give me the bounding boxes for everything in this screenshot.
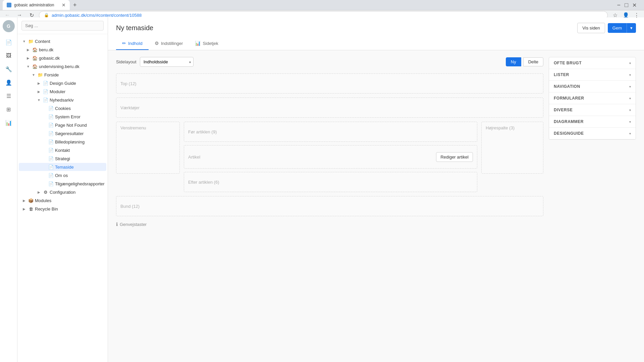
tree-label-configuration: Configuration: [50, 190, 75, 195]
tree-item-cookies[interactable]: 📄 Cookies: [19, 104, 106, 112]
tree-item-moduler[interactable]: ▶ 📄 Moduler: [19, 87, 106, 96]
rail-icon-list[interactable]: ☰: [3, 90, 15, 102]
tree-item-modules[interactable]: ▶ 📦 Modules: [19, 196, 106, 204]
drop-zone-venstremenu[interactable]: Venstremenu: [116, 122, 180, 174]
tree-item-sogeresultater[interactable]: 📄 Søgeresultater: [19, 129, 106, 137]
search-input[interactable]: [21, 21, 104, 31]
tree-item-temaside[interactable]: 📄 Temaside: [19, 163, 106, 171]
tree-label-undervisning: undervisning.beru.dk: [39, 64, 79, 69]
middle-row: Venstremenu Før artiklen (9) Artikel Red…: [116, 122, 543, 192]
tree-label-temaside: Temaside: [55, 165, 74, 170]
rail-icon-chart[interactable]: 📊: [3, 117, 15, 129]
panel-section-header-designguide[interactable]: DESIGNGUIDE ▾: [549, 128, 636, 139]
tree-item-nyhedsarkiv[interactable]: ▼ 📄 Nyhedsarkiv: [19, 96, 106, 104]
rail-icon-tools[interactable]: 🔧: [3, 63, 15, 75]
panel-section-header-navigation[interactable]: NAVIGATION ▾: [549, 81, 636, 92]
toggle-icon-moduler: ▶: [36, 89, 42, 94]
drop-zone-foer-artiklen[interactable]: Før artiklen (9): [184, 122, 477, 142]
tree-label-om-os: Om os: [55, 173, 68, 178]
gem-dropdown-button[interactable]: ▾: [627, 23, 636, 33]
tree-item-gobasic[interactable]: ▶ 🏠 gobasic.dk: [19, 54, 106, 62]
toggle-icon-page-not-found: [42, 122, 47, 128]
drop-zone-bund[interactable]: Bund (12): [116, 196, 543, 216]
folder-icon-content: 📁: [28, 39, 34, 44]
rail-icon-users[interactable]: 👤: [3, 76, 15, 88]
minimize-button[interactable]: −: [615, 0, 623, 10]
tree-item-recycle-bin[interactable]: ▶ 🗑 Recycle Bin: [19, 205, 106, 213]
toggle-icon-kontakt: [42, 147, 47, 153]
close-button[interactable]: ✕: [630, 1, 639, 10]
vis-siden-button[interactable]: Vis siden: [577, 23, 605, 33]
new-tab-button[interactable]: +: [70, 0, 80, 10]
tree-label-moduler: Moduler: [50, 89, 65, 94]
layout-select[interactable]: Indholdsside Forside Artikel: [140, 57, 194, 67]
toggle-icon-cookies: [42, 106, 47, 111]
toggle-icon-modules: ▶: [21, 198, 27, 203]
tree-label-recycle-bin: Recycle Bin: [35, 206, 58, 212]
panel-section-header-ofte-brugt[interactable]: OFTE BRUGT ▾: [549, 57, 636, 69]
tab-indhold[interactable]: ✏ Indhold: [116, 37, 149, 50]
browser-chrome: gobasic administration ✕ + − □ ✕ ← → ↻ 🔒…: [0, 0, 644, 17]
panel-section-header-diagrammer[interactable]: DIAGRAMMER ▾: [549, 116, 636, 127]
tree-item-tilgaengelighed[interactable]: 📄 Tilgængelighedsrapporter: [19, 180, 106, 188]
page-icon-tilgaengelighed: 📄: [48, 181, 54, 186]
panel-section-title-formularer: FORMULARER: [554, 96, 584, 101]
tab-close-button[interactable]: ✕: [62, 2, 66, 8]
rail-icon-image[interactable]: 🖼: [3, 50, 15, 62]
maximize-button[interactable]: □: [623, 0, 630, 10]
editor-tabs: ✏ Indhold ⚙ Indstillinger 📊 Sidetjek: [116, 37, 636, 50]
tree-label-strategi: Strategi: [55, 156, 70, 161]
home-icon-gobasic: 🏠: [32, 55, 38, 61]
rail-icon-grid[interactable]: ⊞: [3, 103, 15, 115]
rail-icon-content[interactable]: 📄: [3, 36, 15, 48]
gem-button-group: Gem ▾: [608, 23, 636, 33]
tab-sidetjek[interactable]: 📊 Sidetjek: [189, 37, 224, 50]
toggle-ny-button[interactable]: Ny: [506, 57, 521, 66]
editor-panel: Sidelayout Indholdsside Forside Artikel …: [116, 57, 543, 355]
panel-section-header-diverse[interactable]: DIVERSE ▾: [549, 104, 636, 116]
tree-label-design-guide: Design Guide: [50, 81, 76, 86]
tree-item-configuration[interactable]: ▶ ⚙ Configuration: [19, 188, 106, 196]
toggle-icon-beru: ▶: [25, 47, 31, 52]
drop-zone-efter-artiklen[interactable]: Efter artiklen (6): [184, 172, 477, 192]
page-icon-temaside: 📄: [48, 164, 54, 170]
tree-label-tilgaengelighed: Tilgængelighedsrapporter: [55, 181, 105, 186]
tab-title: gobasic administration: [14, 3, 54, 7]
page-title: Ny temaside: [116, 24, 153, 32]
tree-item-billedoplosning[interactable]: 📄 Billedopløsning: [19, 138, 106, 146]
toggle-icon-recycle-bin: ▶: [21, 206, 27, 212]
tree-item-kontakt[interactable]: 📄 Kontakt: [19, 146, 106, 154]
panel-section-diagrammer: DIAGRAMMER ▾: [549, 116, 636, 128]
user-avatar[interactable]: G: [3, 20, 15, 32]
page-icon-sogeresultater: 📄: [48, 131, 54, 136]
sidebar-search: [17, 17, 108, 34]
tree-label-kontakt: Kontakt: [55, 148, 70, 153]
panel-section-header-lister[interactable]: LISTER ▾: [549, 69, 636, 80]
tree-item-forside[interactable]: ▼ 📁 Forside: [19, 71, 106, 79]
tree-item-undervisning[interactable]: ▼ 🏠 undervisning.beru.dk: [19, 62, 106, 70]
panel-section-header-formularer[interactable]: FORMULARER ▾: [549, 93, 636, 104]
article-zone[interactable]: Artikel Rediger artikel: [184, 145, 477, 169]
toggle-delte-button[interactable]: Delte: [523, 57, 543, 66]
tree-item-om-os[interactable]: 📄 Om os: [19, 171, 106, 179]
chevron-icon-diagrammer: ▾: [629, 120, 631, 124]
efter-artiklen-zone-label: Efter artiklen (6): [188, 180, 219, 185]
gem-button[interactable]: Gem: [608, 23, 627, 33]
tab-indstillinger[interactable]: ⚙ Indstillinger: [149, 37, 189, 50]
toggle-icon-billedoplosning: [42, 139, 47, 144]
tree-label-forside: Forside: [44, 72, 59, 77]
drop-zone-top[interactable]: Top (12): [116, 73, 543, 94]
tree-item-page-not-found[interactable]: 📄 Page Not Found: [19, 121, 106, 129]
drop-zone-hoejrespalte[interactable]: Højrespalte (3): [481, 122, 543, 174]
chevron-icon-designguide: ▾: [629, 132, 631, 135]
tree-item-beru[interactable]: ▶ 🏠 beru.dk: [19, 46, 106, 54]
rediger-artikel-button[interactable]: Rediger artikel: [436, 152, 473, 162]
tree-item-strategi[interactable]: 📄 Strategi: [19, 155, 106, 163]
tree-item-design-guide[interactable]: ▶ 📄 Design Guide: [19, 79, 106, 87]
shortcuts-label: Genvejstaster: [120, 222, 147, 227]
active-tab[interactable]: gobasic administration ✕: [3, 0, 70, 10]
tree-item-content[interactable]: ▼ 📁 Content: [19, 37, 106, 45]
chevron-icon-diverse: ▾: [629, 108, 631, 112]
drop-zone-vaerktojer[interactable]: Værktøjer: [116, 98, 543, 118]
tree-item-system-error[interactable]: 📄 System Error: [19, 113, 106, 121]
